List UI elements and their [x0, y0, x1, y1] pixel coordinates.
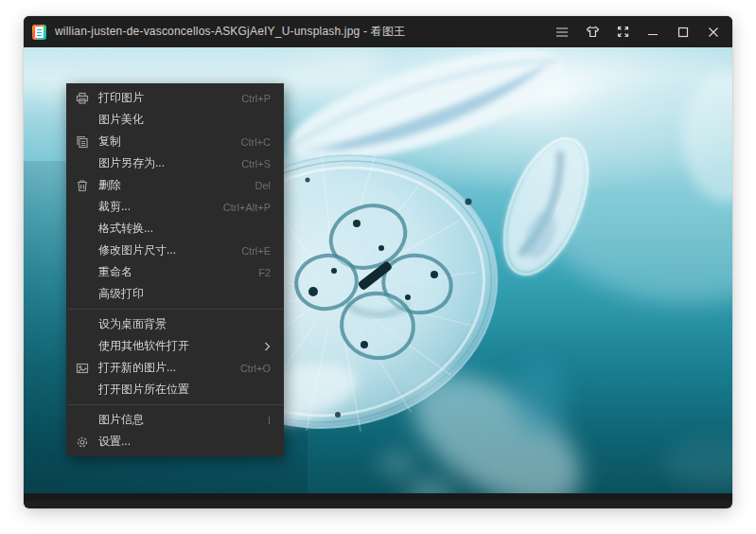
menu-item-shortcut: Ctrl+P [241, 93, 271, 104]
gear-icon [74, 435, 91, 450]
context-menu: 打印图片Ctrl+P图片美化复制Ctrl+C图片另存为...Ctrl+S删除De… [66, 83, 284, 456]
submenu-arrow-icon [264, 342, 271, 351]
menu-item-label: 修改图片尺寸... [98, 242, 230, 258]
minimize-icon [647, 27, 659, 38]
titlebar[interactable]: willian-justen-de-vasconcellos-ASKGjAeIY… [24, 16, 732, 47]
app-logo-icon [32, 25, 46, 40]
no-icon [74, 383, 91, 398]
menu-item[interactable]: 格式转换... [66, 218, 284, 240]
no-icon [74, 413, 91, 428]
menu-item-shortcut: Ctrl+S [241, 158, 271, 169]
menu-item-shortcut: Ctrl+C [241, 136, 271, 148]
no-icon [74, 200, 91, 215]
no-icon [74, 113, 91, 128]
menu-item[interactable]: 设为桌面背景 [66, 313, 284, 335]
menu-item[interactable]: 图片信息I [66, 409, 284, 431]
no-icon [74, 243, 91, 258]
menu-item-shortcut: Ctrl+Alt+P [223, 202, 271, 213]
menu-item-label: 裁剪... [98, 199, 212, 215]
menu-item-label: 图片信息 [98, 412, 256, 428]
window-title: willian-justen-de-vasconcellos-ASKGjAeIY… [55, 24, 547, 40]
menu-item-label: 图片另存为... [98, 155, 230, 171]
menu-item-shortcut: Del [255, 180, 271, 191]
menu-item[interactable]: 重命名F2 [66, 261, 284, 283]
menu-item-shortcut: Ctrl+E [241, 245, 271, 257]
menu-item-shortcut: F2 [258, 267, 271, 278]
main-menu-button[interactable] [547, 16, 577, 47]
desktop-background: { "window": { "title": "willian-justen-d… [0, 0, 756, 534]
theme-skin-button[interactable] [577, 16, 607, 47]
no-icon [74, 339, 91, 354]
menu-item-label: 高级打印 [98, 286, 271, 302]
menu-item-label: 设置... [98, 434, 271, 450]
minimize-button[interactable] [638, 16, 668, 47]
no-icon [74, 265, 91, 280]
menu-separator [67, 309, 283, 310]
close-icon [708, 27, 719, 38]
menu-item-label: 重命名 [98, 264, 247, 280]
maximize-icon [677, 27, 689, 38]
menu-item-label: 打开图片所在位置 [98, 382, 271, 398]
window-controls [547, 16, 729, 47]
no-icon [74, 156, 91, 171]
menu-item[interactable]: 图片另存为...Ctrl+S [66, 152, 284, 174]
menu-item[interactable]: 裁剪...Ctrl+Alt+P [66, 196, 284, 218]
menu-item[interactable]: 图片美化 [66, 109, 284, 131]
menu-item[interactable]: 打开新的图片...Ctrl+O [66, 357, 284, 379]
menu-item-label: 复制 [98, 134, 230, 150]
menu-item-label: 使用其他软件打开 [98, 338, 253, 354]
no-icon [74, 222, 91, 237]
menu-item[interactable]: 打印图片Ctrl+P [66, 87, 284, 109]
menu-item[interactable]: 高级打印 [66, 283, 284, 305]
no-icon [74, 317, 91, 332]
menu-item[interactable]: 使用其他软件打开 [66, 335, 284, 357]
expand-icon [617, 26, 629, 38]
trash-icon [74, 178, 91, 193]
menu-item-label: 打印图片 [98, 90, 230, 106]
menu-item[interactable]: 设置... [66, 431, 284, 453]
maximize-button[interactable] [668, 16, 698, 47]
hamburger-icon [555, 27, 569, 38]
menu-item[interactable]: 修改图片尺寸...Ctrl+E [66, 240, 284, 261]
menu-item[interactable]: 删除Del [66, 174, 284, 196]
menu-item-shortcut: Ctrl+O [240, 363, 271, 374]
menu-item-label: 设为桌面背景 [98, 316, 271, 332]
menu-separator [67, 404, 283, 405]
image-icon [74, 361, 91, 376]
menu-item[interactable]: 打开图片所在位置 [66, 379, 284, 400]
close-button[interactable] [698, 16, 729, 47]
menu-item-label: 删除 [98, 177, 243, 193]
menu-item[interactable]: 复制Ctrl+C [66, 131, 284, 152]
no-icon [74, 287, 91, 302]
copy-icon [74, 134, 91, 150]
viewer-window: willian-justen-de-vasconcellos-ASKGjAeIY… [24, 16, 732, 508]
menu-item-shortcut: I [268, 415, 271, 426]
menu-item-label: 格式转换... [98, 221, 271, 237]
menu-item-label: 图片美化 [98, 112, 271, 128]
printer-icon [74, 91, 91, 106]
window-bottom-strip [24, 493, 732, 501]
menu-item-label: 打开新的图片... [98, 360, 229, 376]
fullscreen-button[interactable] [607, 16, 638, 47]
tshirt-icon [586, 26, 600, 38]
